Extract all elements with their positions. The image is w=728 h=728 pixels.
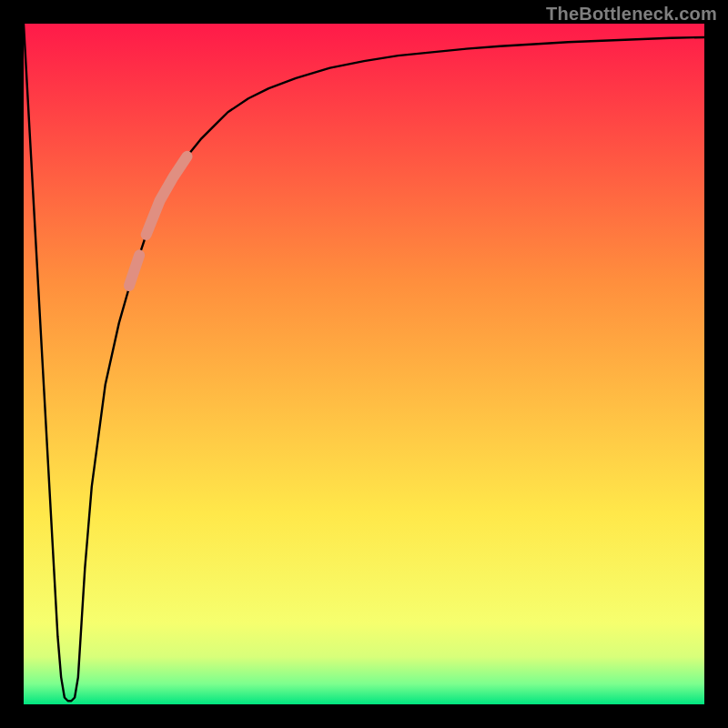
plot-area	[24, 24, 704, 704]
watermark-text: TheBottleneck.com	[546, 4, 717, 25]
chart-svg	[24, 24, 704, 704]
gradient-background	[24, 24, 704, 704]
chart-frame: TheBottleneck.com	[0, 0, 728, 728]
